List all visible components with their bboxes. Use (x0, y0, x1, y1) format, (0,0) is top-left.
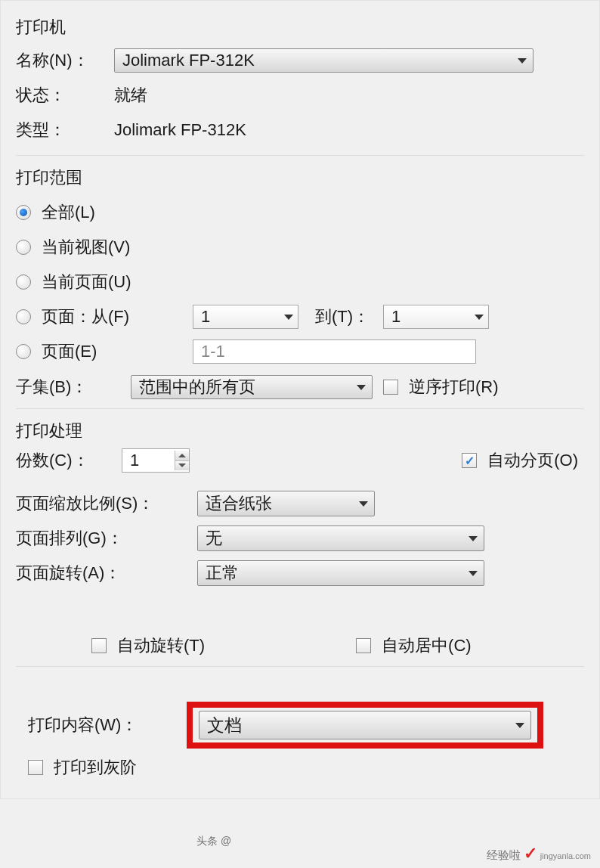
printer-status-label: 状态： (16, 84, 114, 107)
subset-label: 子集(B)： (16, 376, 131, 398)
chevron-down-icon (359, 501, 368, 507)
range-pages-e-value: 1-1 (201, 342, 225, 361)
highlight-box: 文档 (187, 702, 543, 749)
grayscale-checkbox[interactable] (28, 760, 43, 775)
subset-value: 范围中的所有页 (139, 376, 255, 398)
range-to-value: 1 (391, 307, 401, 327)
auto-rotate-label: 自动旋转(T) (117, 634, 205, 657)
rotate-value: 正常 (206, 562, 239, 584)
chevron-down-icon (518, 58, 527, 64)
handling-title: 打印处理 (16, 420, 584, 442)
rotate-select[interactable]: 正常 (197, 560, 484, 586)
range-to-label: 到(T)： (315, 305, 370, 328)
printer-name-select[interactable]: Jolimark FP-312K (114, 48, 534, 73)
watermark-domain: jingyanla.com (540, 851, 591, 860)
auto-rotate-checkbox[interactable] (91, 638, 107, 653)
range-from-value: 1 (201, 307, 210, 327)
chevron-down-icon (469, 571, 478, 576)
content-what-value: 文档 (207, 714, 242, 737)
layout-select[interactable]: 无 (197, 525, 484, 551)
range-current-page-radio[interactable] (16, 274, 31, 290)
watermark: 经验啦 ✓ jingyanla.com (487, 844, 591, 863)
subset-select[interactable]: 范围中的所有页 (131, 375, 373, 399)
scale-label: 页面缩放比例(S)： (16, 492, 197, 515)
range-pages-e-label: 页面(E) (42, 340, 193, 363)
headline-watermark: 头条 @ (196, 835, 231, 848)
printer-status-value: 就绪 (114, 84, 147, 107)
printer-name-value: Jolimark FP-312K (122, 51, 255, 70)
check-icon: ✓ (524, 844, 537, 863)
range-pages-from-radio[interactable] (16, 309, 31, 324)
collate-checkbox[interactable] (462, 453, 477, 468)
scale-value: 适合纸张 (206, 492, 272, 515)
print-range-section: 打印范围 全部(L) 当前视图(V) 当前页面(U) 页面：从(F) 1 到(T… (16, 166, 584, 399)
scale-select[interactable]: 适合纸张 (197, 491, 375, 516)
auto-center-label: 自动居中(C) (382, 634, 472, 657)
printer-type-value: Jolimark FP-312K (114, 120, 246, 140)
copies-spinner[interactable]: 1 (122, 448, 190, 473)
range-pages-from-label: 页面：从(F) (42, 305, 193, 328)
range-all-label: 全部(L) (42, 201, 95, 224)
copies-value: 1 (130, 451, 139, 470)
range-current-view-radio[interactable] (16, 240, 31, 255)
chevron-down-icon (515, 723, 524, 728)
range-from-input[interactable]: 1 (193, 305, 298, 329)
range-pages-e-input[interactable]: 1-1 (193, 339, 476, 364)
rotate-label: 页面旋转(A)： (16, 562, 197, 584)
collate-label: 自动分页(O) (487, 449, 578, 472)
printer-section: 打印机 名称(N)： Jolimark FP-312K 状态： 就绪 类型： J… (16, 16, 584, 146)
printer-title: 打印机 (16, 16, 584, 39)
spinner-down-icon[interactable] (175, 460, 189, 471)
layout-value: 无 (206, 527, 222, 550)
print-content-section: 打印内容(W)： 文档 打印到灰阶 (16, 690, 584, 791)
printer-type-label: 类型： (16, 119, 114, 141)
chevron-down-icon (475, 315, 484, 320)
copies-label: 份数(C)： (16, 449, 122, 472)
range-pages-e-radio[interactable] (16, 344, 31, 359)
printer-name-label: 名称(N)： (16, 49, 114, 72)
spinner-up-icon[interactable] (175, 451, 189, 460)
auto-center-checkbox[interactable] (356, 638, 371, 653)
print-handling-section: 打印处理 份数(C)： 1 自动分页(O) 页面缩放比例(S)： 适合纸张 (16, 420, 584, 657)
layout-label: 页面排列(G)： (16, 527, 197, 550)
chevron-down-icon (357, 385, 366, 390)
reverse-checkbox[interactable] (383, 380, 398, 395)
watermark-brand: 经验啦 (487, 848, 521, 863)
grayscale-label: 打印到灰阶 (54, 756, 137, 779)
range-current-view-label: 当前视图(V) (42, 236, 130, 259)
content-what-label: 打印内容(W)： (28, 714, 187, 736)
range-current-page-label: 当前页面(U) (42, 271, 131, 293)
chevron-down-icon (284, 315, 293, 320)
content-what-select[interactable]: 文档 (199, 711, 531, 739)
reverse-label: 逆序打印(R) (409, 376, 499, 398)
range-title: 打印范围 (16, 166, 584, 189)
range-to-input[interactable]: 1 (383, 305, 489, 329)
chevron-down-icon (469, 536, 478, 541)
range-all-radio[interactable] (16, 205, 31, 220)
